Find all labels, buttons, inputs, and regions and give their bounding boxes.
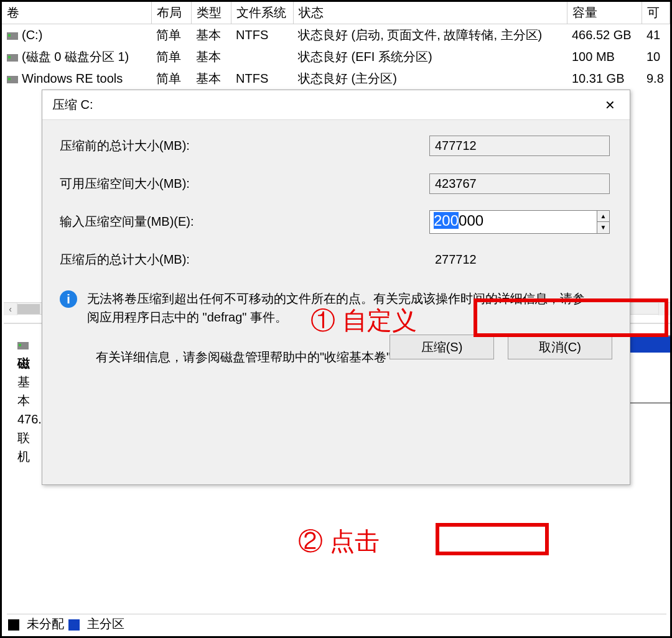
- shrink-button[interactable]: 压缩(S): [390, 335, 494, 359]
- label-avail-space: 可用压缩空间大小(MB):: [60, 175, 259, 192]
- dialog-title: 压缩 C:: [52, 96, 93, 113]
- col-free[interactable]: 可: [642, 2, 670, 24]
- info-icon: i: [60, 290, 77, 308]
- dialog-titlebar[interactable]: 压缩 C: ✕: [42, 90, 630, 120]
- legend: 未分配 主分区: [7, 614, 666, 632]
- volume-row-icon: [7, 32, 18, 40]
- label-size-before: 压缩前的总计大小(MB):: [60, 137, 259, 154]
- scroll-left-arrow[interactable]: ‹: [4, 303, 17, 315]
- scroll-right-arrow[interactable]: ›: [658, 303, 672, 315]
- swatch-unallocated-icon: [8, 619, 19, 631]
- swatch-primary-icon: [68, 619, 80, 631]
- cancel-button[interactable]: 取消(C): [508, 335, 612, 359]
- disk-info: 磁 基本 476. 联机: [17, 335, 42, 466]
- spin-down-icon[interactable]: ▼: [597, 222, 609, 233]
- col-status[interactable]: 状态: [293, 2, 567, 24]
- disk-title: 磁: [17, 356, 30, 370]
- label-enter-shrink: 输入压缩空间量(MB)(E):: [60, 213, 259, 230]
- annotation-2: ② 点击: [298, 524, 380, 558]
- volume-row-icon: [7, 54, 18, 62]
- disk-icon: [17, 342, 29, 349]
- shrink-amount-input[interactable]: 200000: [429, 210, 610, 234]
- col-volume[interactable]: 卷: [2, 2, 151, 24]
- legend-unallocated: 未分配: [27, 617, 64, 631]
- col-layout[interactable]: 布局: [151, 2, 191, 24]
- volumes-table[interactable]: 卷 布局 类型 文件系统 状态 容量 可 (C:)简单基本NTFS状态良好 (启…: [2, 2, 670, 90]
- annotation-box-2: [436, 523, 549, 555]
- col-capacity[interactable]: 容量: [567, 2, 642, 24]
- value-size-after: 277712: [429, 249, 610, 270]
- info-text: 无法将卷压缩到超出任何不可移动的文件所在的点。有关完成该操作时间的详细信息，请参…: [87, 289, 591, 326]
- table-row[interactable]: (磁盘 0 磁盘分区 1)简单基本状态良好 (EFI 系统分区)100 MB10: [2, 46, 670, 68]
- disk-size: 476.: [17, 412, 42, 426]
- shrink-dialog: 压缩 C: ✕ 压缩前的总计大小(MB): 477712 可用压缩空间大小(MB…: [42, 90, 630, 485]
- disk-status: 联机: [17, 431, 30, 463]
- table-header: 卷 布局 类型 文件系统 状态 容量 可: [2, 2, 670, 24]
- spin-up-icon[interactable]: ▲: [597, 211, 609, 223]
- scroll-thumb[interactable]: [17, 304, 40, 314]
- shrink-amount-stepper[interactable]: 200000 ▲ ▼: [429, 210, 610, 234]
- disk-type: 基本: [17, 375, 30, 407]
- table-row[interactable]: Windows RE tools简单基本NTFS状态良好 (主分区)10.31 …: [2, 68, 670, 90]
- col-fs[interactable]: 文件系统: [231, 2, 293, 24]
- volume-row-icon: [7, 76, 18, 83]
- table-row[interactable]: (C:)简单基本NTFS状态良好 (启动, 页面文件, 故障转储, 主分区)46…: [2, 24, 670, 47]
- legend-primary: 主分区: [87, 617, 124, 631]
- value-size-before: 477712: [429, 136, 610, 156]
- value-avail-space: 423767: [429, 173, 610, 194]
- col-type[interactable]: 类型: [191, 2, 231, 24]
- label-size-after: 压缩后的总计大小(MB):: [60, 251, 259, 268]
- close-icon[interactable]: ✕: [597, 98, 622, 113]
